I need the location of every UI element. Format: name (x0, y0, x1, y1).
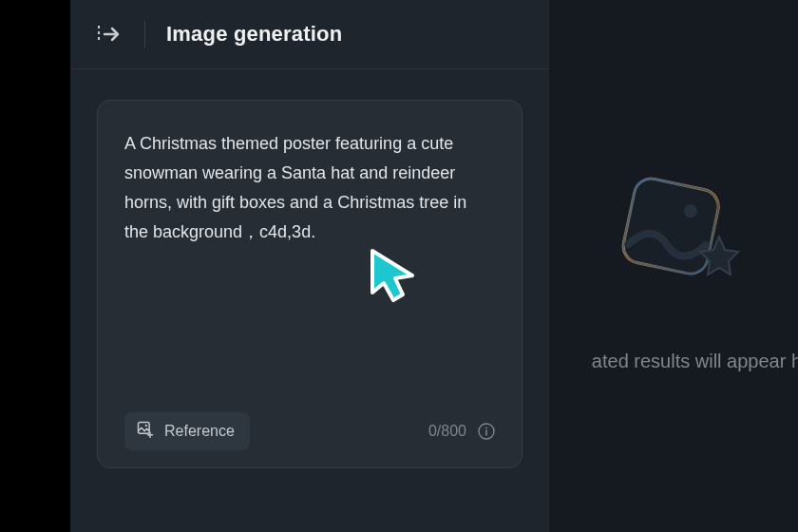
prompt-input[interactable]: A Christmas themed poster featuring a cu… (124, 129, 495, 401)
collapse-panel-icon[interactable] (97, 23, 124, 46)
svg-point-4 (485, 428, 487, 429)
reference-label: Reference (164, 423, 235, 440)
panel-header: Image generation (70, 0, 549, 69)
sidebar-panel: Image generation A Christmas themed post… (70, 0, 549, 532)
reference-button[interactable]: Reference (124, 412, 250, 450)
counter-area: 0/800 (428, 423, 495, 440)
prompt-footer: Reference 0/800 (124, 412, 495, 450)
page-title: Image generation (166, 22, 342, 47)
image-add-icon (136, 420, 155, 443)
header-divider (144, 21, 145, 48)
char-counter: 0/800 (428, 423, 466, 440)
info-icon[interactable] (478, 423, 495, 440)
svg-rect-1 (139, 423, 150, 434)
preview-placeholder-text: ated results will appear he (592, 351, 798, 372)
empty-gallery-icon (598, 161, 750, 313)
prompt-card: A Christmas themed poster featuring a cu… (97, 100, 522, 468)
svg-point-2 (145, 425, 147, 427)
preview-area: ated results will appear he (549, 0, 798, 532)
